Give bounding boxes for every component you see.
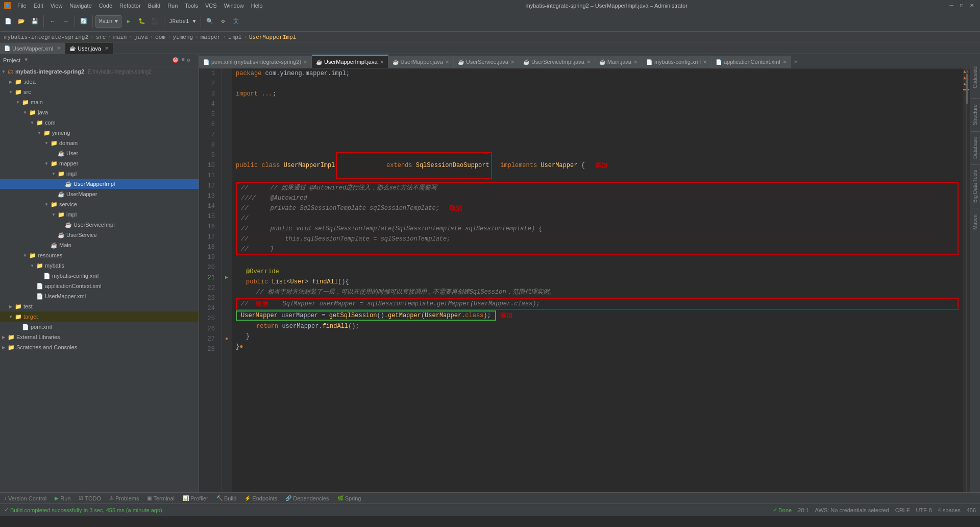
tab-endpoints[interactable]: ⚡ Endpoints [240, 493, 281, 504]
tab-mybatis-config[interactable]: 📄 mybatis-config.xml ✕ [642, 56, 712, 68]
tree-usermapper[interactable]: ▶ ☕ UserMapper [0, 189, 199, 199]
tree-main[interactable]: ▼ 📁 main [0, 97, 199, 107]
tree-root[interactable]: ▼ 🗂 mybatis-integrate-spring2 E:/mybatis… [0, 66, 199, 77]
scroll-track[interactable] [966, 68, 967, 492]
tab-user-java[interactable]: ☕ User.java ✕ [65, 43, 113, 54]
close-icon[interactable]: ✕ [703, 59, 707, 65]
close-button[interactable]: ✕ [968, 2, 976, 10]
toolbar-debug[interactable]: 🐛 [136, 14, 148, 29]
tree-mybatis-config[interactable]: ▶ 📄 mybatis-config.xml [0, 271, 199, 281]
tree-domain[interactable]: ▼ 📁 domain [0, 138, 199, 148]
tab-main[interactable]: ☕ Main.java ✕ [595, 56, 642, 68]
breadcrumb-java[interactable]: java [134, 34, 148, 40]
menu-tools[interactable]: Tools [182, 2, 201, 10]
menu-build[interactable]: Build [145, 2, 163, 10]
tab-terminal[interactable]: ▣ Terminal [143, 493, 179, 504]
close-icon[interactable]: ✕ [586, 59, 591, 65]
menu-file[interactable]: File [14, 2, 30, 10]
position-indicator[interactable]: 28:1 [798, 507, 808, 513]
tree-com[interactable]: ▼ 📁 com [0, 117, 199, 128]
close-icon[interactable]: ✕ [303, 59, 307, 65]
breadcrumb-impl[interactable]: impl [228, 34, 241, 40]
breadcrumb-com[interactable]: com [155, 34, 165, 40]
tab-run[interactable]: ▶ Run [51, 493, 75, 504]
menu-navigate[interactable]: Navigate [66, 2, 94, 10]
tree-java[interactable]: ▼ 📁 java [0, 107, 199, 117]
tree-usermapper-xml[interactable]: ▶ 📄 UserMapper.xml [0, 291, 199, 301]
tree-usermapperimpl[interactable]: ▶ ☕ UserMapperImpl [0, 179, 199, 189]
tree-resources[interactable]: ▼ 📁 resources [0, 250, 199, 260]
tab-more[interactable]: » [791, 56, 801, 68]
sidebar-locate-icon[interactable]: 🎯 [172, 57, 179, 63]
tab-profiler[interactable]: 📊 Profiler [179, 493, 212, 504]
tab-spring[interactable]: 🌿 Spring [333, 493, 365, 504]
close-icon[interactable]: ✕ [633, 59, 638, 65]
right-tool-codeside[interactable]: Codeside! [972, 56, 978, 97]
tab-usermapper-xml[interactable]: 📄 UserMapper.xml ✕ [0, 43, 65, 54]
menu-edit[interactable]: Edit [31, 2, 46, 10]
sidebar-collapse-icon[interactable]: ≡ [181, 57, 185, 63]
tree-impl-folder[interactable]: ▼ 📁 impl [0, 169, 199, 179]
minimize-button[interactable]: ─ [947, 2, 955, 10]
toolbar-run[interactable]: ▶ [122, 14, 135, 29]
menu-view[interactable]: View [47, 2, 66, 10]
tree-mybatis[interactable]: ▼ 📁 mybatis [0, 260, 199, 271]
right-tool-database[interactable]: Database [972, 133, 978, 163]
close-icon2[interactable]: ✕ [105, 45, 109, 51]
sidebar-hide-icon[interactable]: – [192, 57, 195, 63]
tree-test[interactable]: ▶ 📁 test [0, 301, 199, 312]
tree-service-impl[interactable]: ▼ 📁 impl [0, 209, 199, 220]
sidebar-settings-icon[interactable]: ⚙ [187, 57, 190, 63]
tree-ext-libs[interactable]: ▶ 📁 External Libraries [0, 332, 199, 342]
tab-build[interactable]: 🔨 Build [212, 493, 240, 504]
close-icon[interactable]: ✕ [380, 59, 384, 65]
toolbar-new[interactable]: 📄 [2, 14, 14, 29]
tab-problems[interactable]: ⚠ Problems [105, 493, 143, 504]
toolbar-translate[interactable]: 文 [230, 14, 242, 29]
toolbar-settings[interactable]: ⚙ [217, 14, 229, 29]
tab-dependencies[interactable]: 🔗 Dependencies [281, 493, 333, 504]
close-icon[interactable]: ✕ [57, 45, 61, 51]
tab-usermapperimpl-active[interactable]: ☕ UserMapperImpl.java ✕ [312, 55, 388, 68]
tree-src[interactable]: ▼ 📁 src [0, 87, 199, 97]
toolbar-open[interactable]: 📂 [15, 14, 28, 29]
menu-vcs[interactable]: VCS [202, 2, 220, 10]
tree-user[interactable]: ▶ ☕ User [0, 148, 199, 158]
tree-userserviceimpl[interactable]: ▶ ☕ UserServiceImpl [0, 220, 199, 230]
breadcrumb-mapper[interactable]: mapper [201, 34, 221, 40]
tree-service[interactable]: ▼ 📁 service [0, 199, 199, 209]
right-tool-maven[interactable]: Maven [972, 209, 978, 235]
tree-userservice[interactable]: ▶ ☕ UserService [0, 230, 199, 240]
breadcrumb-root[interactable]: mybatis-integrate-spring2 [4, 34, 88, 40]
breadcrumb-yimeng[interactable]: yimeng [173, 34, 193, 40]
tree-main-class[interactable]: ▶ ☕ Main [0, 240, 199, 250]
tree-appcontext[interactable]: ▶ 📄 applicationContext.xml [0, 281, 199, 291]
tab-appcontext[interactable]: 📄 applicationContext.xml ✕ [712, 56, 791, 68]
close-icon[interactable]: ✕ [445, 59, 449, 65]
maximize-button[interactable]: □ [958, 2, 966, 10]
crlf-indicator[interactable]: CRLF [895, 507, 910, 513]
tree-pom[interactable]: ▶ 📄 pom.xml [0, 322, 199, 332]
tab-pom[interactable]: 📄 pom.xml (mybatis-integrate-spring2) ✕ [199, 56, 312, 68]
tab-usermapper[interactable]: ☕ UserMapper.java ✕ [388, 56, 454, 68]
menu-window[interactable]: Window [221, 2, 247, 10]
encoding-indicator[interactable]: UTF-8 [916, 507, 932, 513]
breadcrumb-src[interactable]: src [96, 34, 106, 40]
tree-mapper[interactable]: ▼ 📁 mapper [0, 158, 199, 169]
tab-version-control[interactable]: ↕ Version Control [0, 493, 51, 504]
toolbar-save[interactable]: 💾 [29, 14, 41, 29]
close-icon[interactable]: ✕ [510, 59, 514, 65]
run-gutter-icon[interactable]: ▶ [225, 273, 228, 283]
tab-userserviceimpl[interactable]: ☕ UserServiceImpl.java ✕ [519, 56, 595, 68]
close-icon[interactable]: ✕ [782, 59, 787, 65]
configuration-dropdown[interactable]: Main ▼ [95, 15, 121, 28]
tree-idea[interactable]: ▶ 📁 .idea [0, 77, 199, 87]
code-content[interactable]: package com.yimeng.mapper.impl; import .… [232, 68, 963, 492]
toolbar-search-everywhere[interactable]: 🔍 [204, 14, 216, 29]
breadcrumb-file[interactable]: UserMapperImpl [249, 34, 296, 40]
menu-run[interactable]: Run [164, 2, 181, 10]
aws-indicator[interactable]: AWS: No credentials selected [815, 507, 889, 513]
indent-indicator[interactable]: 4 spaces [938, 507, 961, 513]
right-tool-structure[interactable]: Structure [972, 100, 978, 130]
tab-userservice[interactable]: ☕ UserService.java ✕ [454, 56, 519, 68]
